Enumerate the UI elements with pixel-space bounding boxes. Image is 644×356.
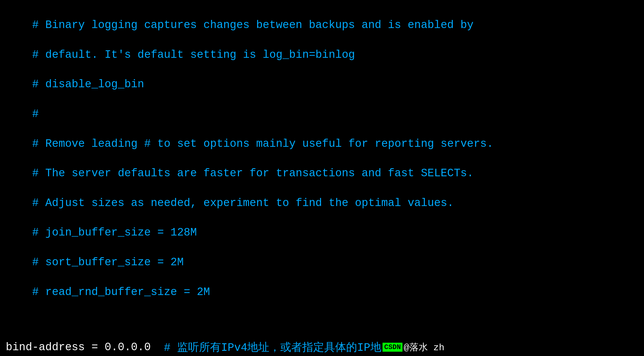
line-3: # disable_log_bin — [32, 78, 144, 90]
bind-address-comment: # 监听所有IPv4地址，或者指定具体的IP地 — [151, 340, 381, 355]
bottom-bar: bind-address = 0.0.0.0 # 监听所有IPv4地址，或者指定… — [0, 338, 644, 356]
line-1: # Binary logging captures changes betwee… — [32, 19, 474, 31]
line-7: # Adjust sizes as needed, experiment to … — [32, 197, 454, 209]
line-2: # default. It's default setting is log_b… — [32, 49, 355, 61]
bind-address-code: bind-address = 0.0.0.0 — [6, 341, 151, 353]
at-username: @落水 zh — [404, 341, 444, 354]
terminal: # Binary logging captures changes betwee… — [0, 0, 644, 356]
line-4: # — [32, 108, 39, 120]
csdn-badge: CSDN — [383, 343, 403, 352]
code-content: # Binary logging captures changes betwee… — [6, 3, 638, 356]
line-10: # read_rnd_buffer_size = 2M — [32, 286, 210, 298]
line-9: # sort_buffer_size = 2M — [32, 256, 184, 268]
line-6: # The server defaults are faster for tra… — [32, 167, 474, 179]
line-5: # Remove leading # to set options mainly… — [32, 138, 493, 150]
line-8: # join_buffer_size = 128M — [32, 226, 197, 239]
